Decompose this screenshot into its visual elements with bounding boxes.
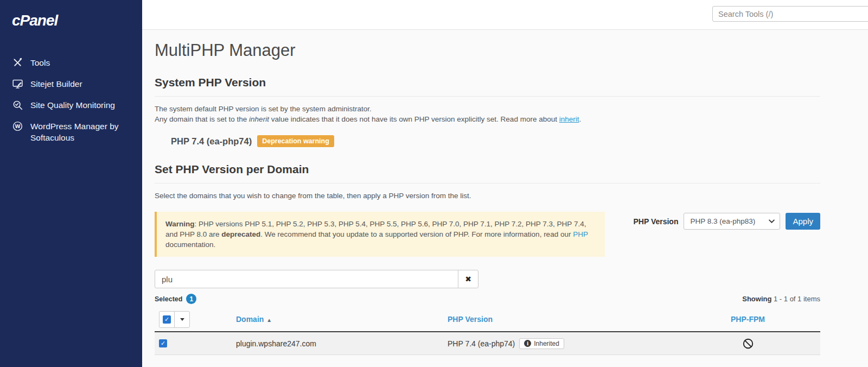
select-menu-button[interactable]: [174, 311, 190, 328]
per-domain-heading: Set PHP Version per Domain: [155, 163, 820, 184]
table-meta-row: Selected 1 Showing 1 - 1 of 1 items: [155, 294, 820, 304]
checkbox-checked-icon: ✓: [163, 315, 171, 324]
sidebar-item-label: Site Quality Monitoring: [30, 99, 115, 111]
apply-button[interactable]: Apply: [786, 213, 820, 230]
select-all-checkbox[interactable]: ✓: [159, 311, 175, 328]
select-all-cell: ✓: [155, 311, 236, 328]
app-root: cPanel Tools: [0, 0, 868, 367]
php-documentation-link[interactable]: PHP: [573, 230, 588, 238]
svg-text:W: W: [15, 123, 20, 129]
caret-down-icon: [180, 318, 184, 321]
php-version-apply-group: PHP Version PHP 8.3 (ea-php83) Apply: [633, 213, 820, 230]
row-checkbox[interactable]: ✓: [159, 339, 167, 347]
sidebar-item-label: Sitejet Builder: [30, 78, 82, 90]
deprecation-warning-box: Warning: PHP versions PHP 5.1, PHP 5.2, …: [155, 212, 605, 257]
domain-filter-row: ✖: [155, 270, 820, 288]
php-version-column-header: PHP Version: [448, 315, 675, 324]
selected-count-badge: 1: [186, 294, 196, 304]
sidebar-item-wordpress-manager[interactable]: W WordPress Manager by Softaculous: [0, 116, 142, 148]
php-version-value: PHP 7.4 (ea-php74): [448, 339, 515, 348]
php-version-select-label: PHP Version: [633, 217, 678, 226]
php-fpm-disabled-icon: [742, 338, 754, 347]
main-content: MultiPHP Manager System PHP Version The …: [142, 30, 868, 367]
system-php-version-row: PHP 7.4 (ea-php74) Deprecation warning: [171, 135, 820, 147]
sidebar-item-label: Tools: [30, 57, 50, 68]
select-all-split-button: ✓: [159, 311, 190, 328]
sidebar-item-site-quality-monitoring[interactable]: Site Quality Monitoring: [0, 94, 142, 116]
sitejet-builder-icon: [12, 78, 23, 90]
domains-table: ✓ Domain▲ PHP Version P: [155, 307, 820, 355]
clear-search-icon: ✖: [465, 275, 471, 283]
system-php-description: The system default PHP version is set by…: [155, 104, 820, 124]
info-icon: i: [524, 340, 531, 347]
deprecation-warning-badge: Deprecation warning: [257, 135, 334, 147]
table-row: ✓ plugin.wpshare247.com PHP 7.4 (ea-php7…: [155, 332, 820, 355]
php-version-select[interactable]: PHP 8.3 (ea-php83): [684, 213, 780, 230]
domain-name: plugin.wpshare247.com: [236, 339, 316, 348]
site-quality-monitoring-icon: [12, 99, 23, 111]
sidebar-item-label: WordPress Manager by Softaculous: [30, 121, 135, 143]
row-domain-cell: plugin.wpshare247.com: [236, 339, 448, 349]
row-select-cell: ✓: [155, 339, 236, 347]
search-tools-input[interactable]: [712, 6, 868, 22]
controls-row: Warning: PHP versions PHP 5.1, PHP 5.2, …: [155, 212, 820, 257]
row-php-fpm-cell: [675, 338, 820, 350]
clear-filter-button[interactable]: ✖: [458, 270, 478, 288]
inherit-link[interactable]: inherit: [559, 115, 579, 123]
domain-column-header: Domain▲: [236, 314, 448, 324]
system-php-version-value: PHP 7.4 (ea-php74): [171, 136, 252, 147]
main-column: MultiPHP Manager System PHP Version The …: [142, 0, 868, 367]
domain-sort-link[interactable]: Domain: [236, 315, 264, 324]
sidebar-item-sitejet-builder[interactable]: Sitejet Builder: [0, 73, 142, 94]
row-php-version-cell: PHP 7.4 (ea-php74) i Inherited: [448, 338, 675, 349]
sidebar: cPanel Tools: [0, 0, 142, 367]
chevron-down-icon: [769, 219, 775, 223]
php-version-header-link[interactable]: PHP Version: [448, 315, 493, 324]
domain-filter-input[interactable]: [155, 270, 458, 288]
system-php-heading: System PHP Version: [155, 76, 820, 97]
per-domain-description: Select the domains that you wish to chan…: [155, 191, 820, 201]
php-fpm-column-header: PHP-FPM: [675, 314, 820, 324]
inherited-badge: i Inherited: [519, 338, 564, 349]
page-title: MultiPHP Manager: [155, 41, 820, 60]
tools-icon: [12, 57, 23, 68]
wordpress-icon: W: [12, 121, 23, 132]
topbar: [142, 0, 868, 30]
sidebar-nav: Tools Sitejet Builder: [0, 52, 142, 148]
cpanel-logo[interactable]: cPanel: [12, 12, 142, 29]
php-fpm-header-link[interactable]: PHP-FPM: [731, 315, 765, 324]
sidebar-item-tools[interactable]: Tools: [0, 52, 142, 73]
showing-items-text: Showing 1 - 1 of 1 items: [742, 295, 820, 303]
selected-count-wrap: Selected 1: [155, 294, 196, 304]
table-header-row: ✓ Domain▲ PHP Version P: [155, 307, 820, 332]
sort-asc-icon[interactable]: ▲: [266, 317, 272, 323]
